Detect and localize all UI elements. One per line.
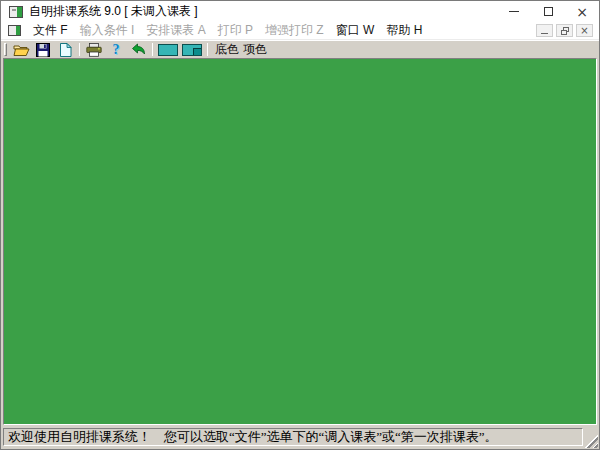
status-message: 欢迎使用自明排课系统！ 您可以选取“文件”选单下的“调入课表”或“第一次排课表”… (8, 428, 498, 446)
mdi-minimize-button[interactable] (536, 24, 553, 37)
mdi-child-controls: × (536, 24, 599, 37)
window-controls: × (497, 1, 599, 22)
mdi-minimize-icon (541, 33, 548, 34)
new-button[interactable] (54, 42, 76, 58)
mdi-restore-button[interactable] (556, 24, 573, 37)
client-area (3, 58, 597, 425)
question-mark-icon: ? (113, 43, 120, 57)
minimize-button[interactable] (497, 1, 531, 22)
save-button[interactable] (32, 42, 54, 58)
status-message-panel: 欢迎使用自明排课系统！ 您可以选取“文件”选单下的“调入课表”或“第一次排课表”… (3, 428, 583, 446)
open-folder-icon (13, 43, 30, 57)
menu-bar: 文件 F 输入条件 I 安排课表 A 打印 P 增强打印 Z 窗口 W 帮助 H… (1, 22, 599, 40)
print-button[interactable] (83, 42, 105, 58)
resize-grip-icon[interactable] (583, 433, 598, 448)
bg-color-label[interactable]: 底色 (215, 41, 239, 58)
bg-color-swatch-button[interactable] (158, 44, 178, 56)
maximize-icon (544, 7, 553, 16)
toolbar-separator (207, 43, 208, 56)
app-icon (9, 6, 23, 18)
toolbar-separator (152, 43, 153, 56)
menu-item-print: 打印 P (212, 22, 259, 39)
client-area-frame (1, 58, 599, 425)
floppy-disk-icon (36, 43, 50, 57)
status-bar: 欢迎使用自明排课系统！ 您可以选取“文件”选单下的“调入课表”或“第一次排课表”… (1, 425, 599, 449)
item-color-swatch-button[interactable] (182, 44, 202, 56)
close-icon: × (576, 5, 588, 19)
toolbar-separator (79, 43, 80, 56)
menu-item-window[interactable]: 窗口 W (330, 22, 381, 39)
item-color-corner-icon (193, 48, 201, 55)
title-bar: 自明排课系统 9.0 [ 未调入课表 ] × (1, 1, 599, 22)
menu-item-help[interactable]: 帮助 H (380, 22, 428, 39)
menu-item-file[interactable]: 文件 F (27, 22, 74, 39)
help-button[interactable]: ? (105, 42, 127, 58)
open-button[interactable] (10, 42, 32, 58)
menu-item-arrange-timetable: 安排课表 A (140, 22, 211, 39)
mdi-close-icon: × (580, 26, 588, 36)
mdi-child-document-icon[interactable] (8, 25, 21, 36)
toolbar-grip[interactable] (4, 43, 7, 56)
window-title: 自明排课系统 9.0 [ 未调入课表 ] (29, 3, 198, 20)
menu-item-input-conditions: 输入条件 I (74, 22, 141, 39)
toolbar: ? 底色 项色 (1, 40, 599, 58)
undo-button[interactable] (127, 42, 149, 58)
printer-icon (86, 43, 102, 57)
mdi-close-button[interactable]: × (576, 24, 593, 37)
undo-arrow-icon (130, 43, 146, 57)
item-color-label[interactable]: 项色 (243, 41, 267, 58)
app-window: 自明排课系统 9.0 [ 未调入课表 ] × 文件 F 输入条件 I 安排课表 … (0, 0, 600, 450)
menu-item-enhanced-print: 增强打印 Z (259, 22, 330, 39)
mdi-restore-icon (561, 27, 569, 35)
close-button[interactable]: × (565, 1, 599, 22)
blank-page-icon (59, 43, 72, 57)
minimize-icon (509, 11, 519, 12)
maximize-button[interactable] (531, 1, 565, 22)
